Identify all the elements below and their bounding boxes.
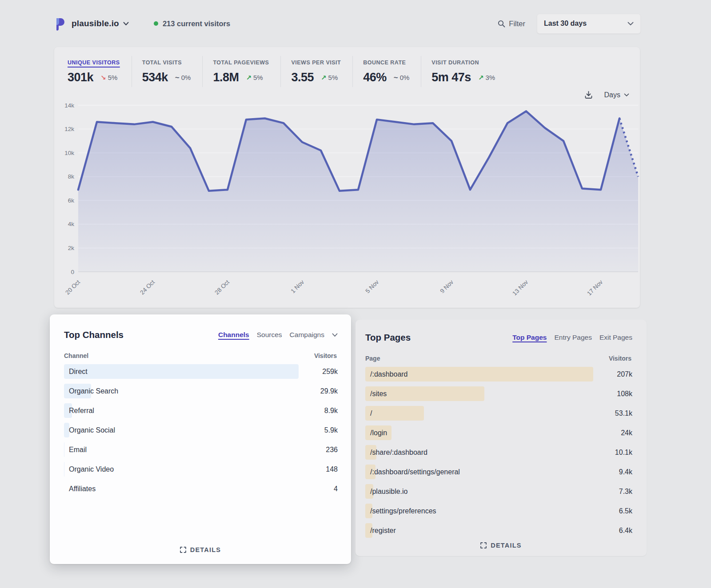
channel-row[interactable]: Organic Search29.9k [64, 384, 338, 398]
bar-track: Organic Video [64, 462, 299, 477]
filter-button[interactable]: Filter [498, 20, 525, 28]
expand-icon [180, 547, 186, 553]
row-visitors-value: 9.4k [593, 468, 632, 476]
row-label[interactable]: /:dashboard/settings/general [365, 468, 460, 476]
row-label[interactable]: /:dashboard [365, 370, 408, 378]
stat-total-visits[interactable]: TOTAL VISITS 534k ~0% [132, 56, 203, 87]
page-row[interactable]: /53.1k [365, 406, 632, 421]
row-label[interactable]: /login [365, 429, 387, 437]
svg-text:0: 0 [71, 269, 74, 275]
channel-row[interactable]: Referral8.9k [64, 403, 338, 418]
visitors-graph-card: UNIQUE VISITORS 301k ↘5% TOTAL VISITS 53… [54, 47, 640, 308]
bar-track: Email [64, 442, 299, 457]
trend-arrow-icon: ↗ [321, 74, 327, 82]
interval-select[interactable]: Days [604, 91, 629, 99]
download-icon[interactable] [584, 91, 593, 99]
page-row[interactable]: /settings/preferences6.5k [365, 504, 632, 518]
row-visitors-value: 4 [299, 485, 338, 493]
row-label[interactable]: /settings/preferences [365, 507, 436, 515]
row-label[interactable]: Organic Social [64, 426, 115, 434]
list-column-headers: Page Visitors [365, 355, 632, 362]
row-visitors-value: 53.1k [593, 409, 632, 417]
tab-entry-pages[interactable]: Entry Pages [554, 334, 591, 342]
row-visitors-value: 6.5k [593, 507, 632, 515]
bar-track: /settings/preferences [365, 504, 593, 518]
bar-track: /sites [365, 386, 593, 401]
pages-list: /:dashboard207k/sites108k/53.1k/login24k… [365, 367, 632, 538]
top-stats-row: UNIQUE VISITORS 301k ↘5% TOTAL VISITS 53… [54, 56, 640, 87]
stat-views-per-visit[interactable]: VIEWS PER VISIT 3.55 ↗5% [280, 56, 352, 87]
channel-row[interactable]: Direct259k [64, 364, 338, 379]
page-row[interactable]: /plausible.io7.3k [365, 484, 632, 499]
stat-unique-visitors[interactable]: UNIQUE VISITORS 301k ↘5% [68, 56, 132, 87]
tab-campaigns[interactable]: Campaigns [290, 331, 324, 339]
stat-total-pageviews[interactable]: TOTAL PAGEVIEWS 1.8M ↗5% [202, 56, 280, 87]
row-label[interactable]: /register [365, 527, 396, 534]
svg-text:20 Oct: 20 Oct [64, 278, 81, 296]
pages-details-button[interactable]: DETAILS [356, 542, 647, 549]
channel-row[interactable]: Organic Video148 [64, 462, 338, 477]
channel-row[interactable]: Organic Social5.9k [64, 423, 338, 437]
visitors-line-chart[interactable]: 02k4k6k8k10k12k14k20 Oct24 Oct28 Oct1 No… [58, 100, 640, 303]
page-row[interactable]: /sites108k [365, 386, 632, 401]
chevron-down-icon[interactable] [332, 333, 338, 337]
row-label[interactable]: Organic Search [64, 387, 118, 395]
bar-track: Referral [64, 403, 299, 418]
svg-text:24 Oct: 24 Oct [139, 278, 156, 296]
page-row[interactable]: /:dashboard/settings/general9.4k [365, 465, 632, 479]
chevron-down-icon [624, 93, 629, 97]
row-label[interactable]: /sites [365, 390, 387, 397]
value-bar [64, 364, 299, 379]
row-label[interactable]: Affiliates [64, 485, 96, 493]
date-range-value: Last 30 days [544, 20, 587, 28]
page-row[interactable]: /register6.4k [365, 523, 632, 538]
row-label[interactable]: Referral [64, 407, 94, 414]
row-label[interactable]: Organic Video [64, 465, 114, 473]
bar-track: /:dashboard [365, 367, 593, 381]
pages-tabs: Top Pages Entry Pages Exit Pages [512, 334, 632, 342]
bar-track: Affiliates [64, 481, 299, 496]
tab-exit-pages[interactable]: Exit Pages [599, 334, 632, 342]
svg-text:28 Oct: 28 Oct [213, 278, 231, 296]
channels-details-button[interactable]: DETAILS [50, 546, 351, 553]
row-label[interactable]: Direct [64, 368, 88, 375]
stat-visit-duration[interactable]: VISIT DURATION 5m 47s ↗3% [421, 56, 507, 87]
row-label[interactable]: /share/:dashboard [365, 449, 427, 456]
expand-icon [480, 542, 487, 548]
stat-bounce-rate[interactable]: BOUNCE RATE 46% ~0% [352, 56, 421, 87]
chevron-down-icon [123, 22, 129, 26]
channel-row[interactable]: Email236 [64, 442, 338, 457]
page-row[interactable]: /share/:dashboard10.1k [365, 445, 632, 460]
search-icon [498, 20, 505, 28]
top-pages-panel: Top Pages Top Pages Entry Pages Exit Pag… [356, 320, 647, 556]
svg-text:9 Nov: 9 Nov [439, 278, 455, 294]
tab-top-pages[interactable]: Top Pages [512, 334, 547, 342]
channel-row[interactable]: Affiliates4 [64, 481, 338, 496]
row-label[interactable]: /plausible.io [365, 488, 408, 495]
chevron-down-icon [627, 22, 634, 26]
row-label[interactable]: Email [64, 446, 87, 453]
tab-channels[interactable]: Channels [218, 331, 249, 339]
trend-arrow-icon: ~ [175, 73, 180, 82]
svg-text:1 Nov: 1 Nov [290, 278, 306, 294]
trend-arrow-icon: ~ [394, 73, 398, 82]
current-visitors-label: 213 current visitors [163, 20, 230, 28]
topbar: plausible.io 213 current visitors Filter… [0, 0, 711, 47]
top-channels-panel: Top Channels Channels Sources Campaigns … [50, 314, 351, 564]
page-row[interactable]: /:dashboard207k [365, 367, 632, 381]
current-visitors[interactable]: 213 current visitors [154, 20, 230, 28]
channels-list: Direct259kOrganic Search29.9kReferral8.9… [64, 364, 338, 496]
panel-title: Top Channels [64, 330, 124, 340]
row-visitors-value: 24k [593, 429, 632, 437]
date-range-select[interactable]: Last 30 days [537, 14, 641, 34]
row-label[interactable]: / [365, 409, 372, 417]
row-visitors-value: 207k [593, 370, 632, 378]
svg-text:5 Nov: 5 Nov [364, 278, 380, 294]
site-switcher[interactable]: plausible.io [54, 17, 129, 31]
page-row[interactable]: /login24k [365, 425, 632, 440]
col-page: Page [365, 355, 380, 362]
channels-tabs: Channels Sources Campaigns [218, 331, 338, 339]
tab-sources[interactable]: Sources [257, 331, 282, 339]
svg-text:8k: 8k [68, 173, 75, 180]
row-visitors-value: 8.9k [299, 407, 338, 415]
